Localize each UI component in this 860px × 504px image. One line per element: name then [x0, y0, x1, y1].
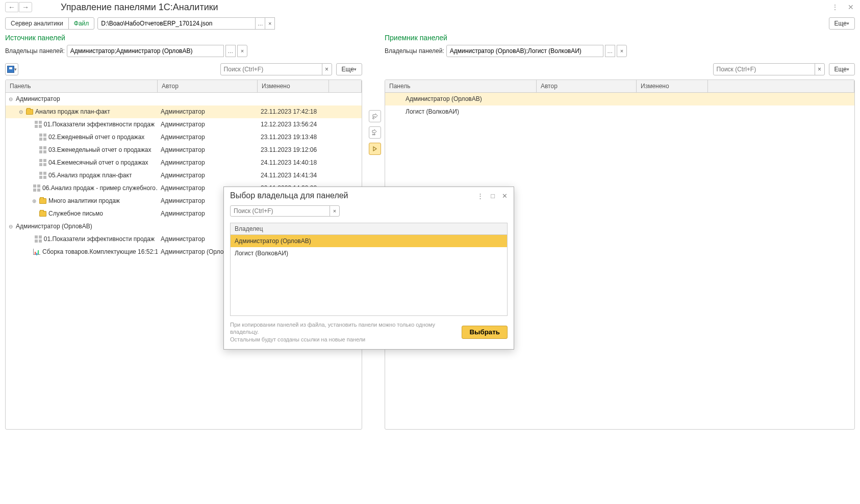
target-table-header: Панель Автор Изменено	[385, 80, 854, 93]
source-owners-browse-button[interactable]: …	[225, 45, 236, 57]
copy-one-button[interactable]	[369, 110, 381, 122]
row-name: 03.Еженедельный отчет о продажах	[48, 146, 151, 153]
main-toolbar: Сервер аналитики Файл … × Еще	[0, 14, 860, 33]
transfer-button[interactable]	[369, 143, 381, 155]
row-author: Администратор	[158, 172, 258, 179]
table-row[interactable]: 05.Анализ продаж план-фактАдминистратор2…	[6, 169, 362, 182]
expander-icon[interactable]: ⊖	[18, 109, 24, 115]
table-row[interactable]: 04.Ежемесячный отчет о продажахАдминистр…	[6, 156, 362, 169]
table-row[interactable]: 01.Показатели эффективности продажАдмини…	[6, 118, 362, 131]
kebab-menu-icon[interactable]: ⋮	[831, 3, 839, 11]
table-row[interactable]: Администратор (ОрловАВ)	[385, 93, 854, 105]
table-row[interactable]: Логист (ВолковАИ)	[385, 105, 854, 118]
list-item[interactable]: Администратор (ОрловАВ)	[231, 235, 507, 247]
modal-col-owner[interactable]: Владелец	[231, 223, 507, 235]
file-tab-button[interactable]: Файл	[68, 17, 95, 30]
row-author: Администратор	[158, 146, 258, 153]
table-row[interactable]: ⊖Анализ продаж план-фактАдминистратор22.…	[6, 105, 362, 118]
col-spacer	[708, 80, 854, 92]
server-tab-button[interactable]: Сервер аналитики	[5, 17, 69, 30]
row-name: Администратор	[16, 95, 60, 102]
path-browse-button[interactable]: …	[255, 17, 265, 30]
source-search-input[interactable]	[220, 63, 322, 75]
titlebar: ← → Управление панелями 1С:Аналитики ⋮ ✕	[0, 0, 860, 14]
target-owners-input[interactable]	[446, 45, 603, 57]
row-name: Администратор (ОрловАВ)	[16, 223, 92, 230]
table-row[interactable]: ⊖Администратор	[6, 93, 362, 105]
source-owners-label: Владельцы панелей:	[5, 47, 65, 55]
nav-back-button[interactable]: ←	[5, 2, 18, 12]
row-name: 02.Ежедневный отчет о продажах	[48, 134, 144, 141]
modal-search-input[interactable]	[230, 205, 330, 217]
select-button[interactable]: Выбрать	[462, 326, 508, 339]
target-owners-clear-button[interactable]: ×	[617, 45, 627, 57]
row-name: 06.Анализ продаж - пример служебного…	[42, 184, 158, 192]
path-clear-button[interactable]: ×	[265, 17, 275, 30]
modal-search-clear-button[interactable]: ×	[330, 205, 340, 217]
save-icon	[7, 66, 14, 73]
source-search-clear-button[interactable]: ×	[322, 63, 332, 75]
dashboard-icon	[39, 146, 46, 153]
source-owners-clear-button[interactable]: ×	[237, 45, 247, 57]
row-modified: 23.11.2023 19:12:06	[258, 146, 329, 153]
row-author: Администратор	[158, 121, 258, 128]
save-dropdown-button[interactable]	[5, 63, 18, 75]
col-author[interactable]: Автор	[158, 80, 258, 92]
modal-title: Выбор владельца для панелей	[230, 191, 477, 200]
table-row[interactable]: 02.Ежедневный отчет о продажахАдминистра…	[6, 131, 362, 144]
col-spacer	[329, 80, 362, 92]
chart-icon	[33, 249, 40, 255]
svg-point-1	[372, 134, 373, 135]
target-more-button[interactable]: Еще	[829, 63, 855, 75]
modal-close-icon[interactable]: ✕	[502, 192, 508, 200]
close-icon[interactable]: ✕	[848, 3, 854, 11]
source-section-title: Источник панелей	[0, 33, 367, 44]
target-search-clear-button[interactable]: ×	[815, 63, 825, 75]
svg-point-0	[373, 118, 374, 119]
row-name: 01.Показатели эффективности продаж	[44, 121, 155, 128]
col-panel[interactable]: Панель	[385, 80, 537, 92]
modal-maximize-icon[interactable]: □	[491, 192, 495, 200]
col-panel[interactable]: Панель	[6, 80, 158, 92]
col-author[interactable]: Автор	[537, 80, 637, 92]
row-author: Администратор	[158, 108, 258, 115]
file-path-input[interactable]	[97, 17, 256, 30]
row-name: Администратор (ОрловАВ)	[406, 95, 482, 102]
folder-icon	[26, 109, 33, 115]
row-modified: 24.11.2023 14:41:34	[258, 172, 329, 179]
dashboard-icon	[39, 172, 46, 179]
col-modified[interactable]: Изменено	[258, 80, 329, 92]
row-author: Администратор	[158, 134, 258, 141]
list-item[interactable]: Логист (ВолковАИ)	[231, 247, 507, 259]
folder-icon	[39, 198, 46, 204]
row-name: 05.Анализ продаж план-факт	[48, 172, 132, 179]
row-modified: 24.11.2023 14:40:18	[258, 159, 329, 166]
target-section-title: Приемник панелей	[383, 33, 860, 44]
folder-icon	[39, 211, 46, 217]
row-name: Сборка товаров.Комплектующие 16:52:15 -…	[42, 248, 158, 255]
dashboard-icon	[35, 235, 42, 243]
modal-owner-list: Владелец Администратор (ОрловАВ)Логист (…	[230, 223, 508, 316]
expander-icon[interactable]: ⊕	[31, 198, 37, 204]
expander-icon[interactable]: ⊖	[8, 96, 14, 102]
dashboard-icon	[39, 134, 46, 141]
row-author: Администратор	[158, 159, 258, 166]
col-modified[interactable]: Изменено	[637, 80, 708, 92]
copy-all-button[interactable]	[369, 126, 381, 139]
dashboard-icon	[39, 159, 46, 166]
row-name: Логист (ВолковАИ)	[406, 108, 459, 115]
source-more-button[interactable]: Еще	[336, 63, 362, 75]
target-owners-label: Владельцы панелей:	[385, 47, 444, 55]
source-table-header: Панель Автор Изменено	[6, 80, 362, 93]
row-modified: 22.11.2023 17:42:18	[258, 108, 329, 115]
source-owners-input[interactable]	[67, 45, 224, 57]
target-owners-browse-button[interactable]: …	[605, 45, 615, 57]
row-name: Много аналитики продаж	[48, 197, 120, 204]
target-search-input[interactable]	[713, 63, 815, 75]
dashboard-icon	[35, 121, 42, 128]
nav-forward-button[interactable]: →	[19, 2, 32, 12]
expander-icon[interactable]: ⊖	[8, 224, 14, 229]
modal-kebab-icon[interactable]: ⋮	[477, 192, 484, 200]
table-row[interactable]: 03.Еженедельный отчет о продажахАдминист…	[6, 144, 362, 156]
more-button[interactable]: Еще	[829, 17, 855, 30]
